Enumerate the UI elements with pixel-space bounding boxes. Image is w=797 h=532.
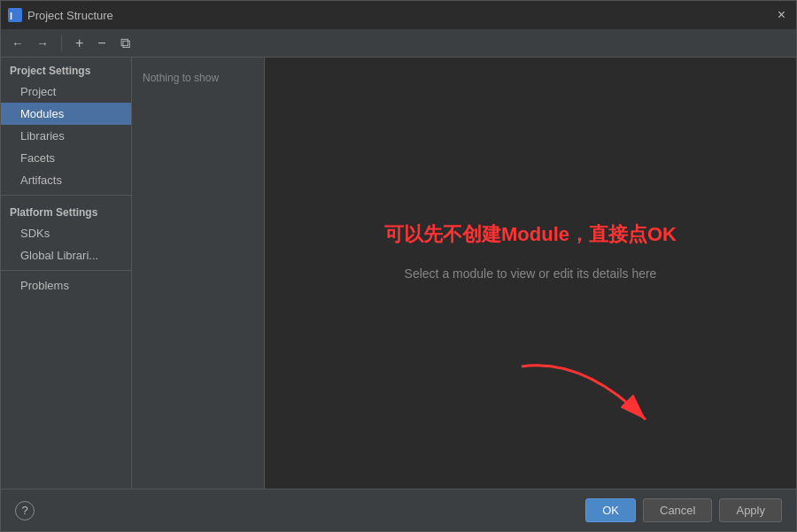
help-button[interactable]: ? — [15, 501, 35, 520]
sidebar-item-modules[interactable]: Modules — [1, 103, 131, 125]
app-icon: I — [8, 8, 22, 22]
panel-top: Nothing to show Select a module to view … — [132, 58, 796, 489]
copy-button[interactable]: ⧉ — [116, 34, 135, 53]
add-button[interactable]: + — [71, 34, 88, 53]
sidebar: Project Settings Project Modules Librari… — [1, 58, 132, 489]
right-panel: Nothing to show Select a module to view … — [132, 58, 796, 489]
sidebar-divider-2 — [1, 270, 131, 271]
sidebar-item-project[interactable]: Project — [1, 81, 131, 103]
project-structure-dialog: I Project Structure × ← → + − ⧉ Project … — [0, 0, 797, 532]
ok-button[interactable]: OK — [585, 498, 636, 522]
nav-bar: ← → + − ⧉ — [1, 29, 796, 58]
sidebar-item-libraries[interactable]: Libraries — [1, 125, 131, 147]
sidebar-item-artifacts[interactable]: Artifacts — [1, 169, 131, 191]
sidebar-item-sdks[interactable]: SDKs — [1, 222, 131, 244]
annotation-text: 可以先不创建Module，直接点OK — [384, 221, 677, 248]
remove-button[interactable]: − — [93, 34, 110, 53]
cancel-button[interactable]: Cancel — [643, 498, 712, 522]
footer-right: OK Cancel Apply — [585, 498, 782, 522]
sidebar-item-global-libraries[interactable]: Global Librari... — [1, 244, 131, 266]
title-bar-left: I Project Structure — [8, 8, 113, 22]
arrow-svg — [495, 349, 672, 437]
module-list: Nothing to show — [132, 58, 265, 489]
sidebar-divider-1 — [1, 195, 131, 196]
apply-button[interactable]: Apply — [719, 498, 782, 522]
forward-button[interactable]: → — [33, 35, 52, 52]
platform-settings-header: Platform Settings — [1, 199, 131, 222]
project-settings-header: Project Settings — [1, 58, 131, 81]
footer: ? OK Cancel Apply — [1, 489, 796, 531]
nothing-to-show-text: Nothing to show — [132, 65, 264, 91]
dialog-title: Project Structure — [27, 9, 113, 22]
close-button[interactable]: × — [774, 6, 789, 24]
back-button[interactable]: ← — [8, 35, 27, 52]
arrow-indicator — [495, 349, 672, 440]
svg-text:I: I — [10, 11, 12, 21]
sidebar-item-problems[interactable]: Problems — [1, 274, 131, 297]
sidebar-item-facets[interactable]: Facets — [1, 147, 131, 169]
title-bar: I Project Structure × — [1, 1, 796, 29]
footer-left: ? — [15, 501, 35, 520]
nav-separator — [61, 35, 62, 51]
select-module-prompt: Select a module to view or edit its deta… — [405, 266, 657, 281]
main-content: Project Settings Project Modules Librari… — [1, 58, 796, 489]
